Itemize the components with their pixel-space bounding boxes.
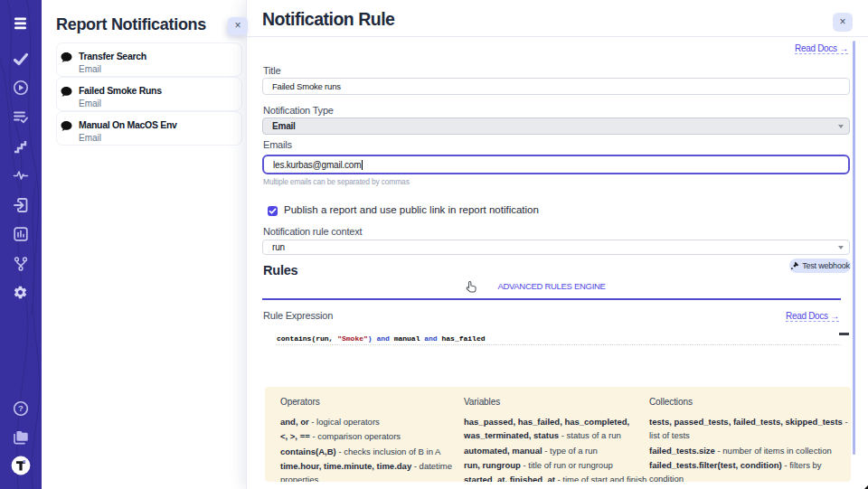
- svg-text:?: ?: [18, 403, 24, 413]
